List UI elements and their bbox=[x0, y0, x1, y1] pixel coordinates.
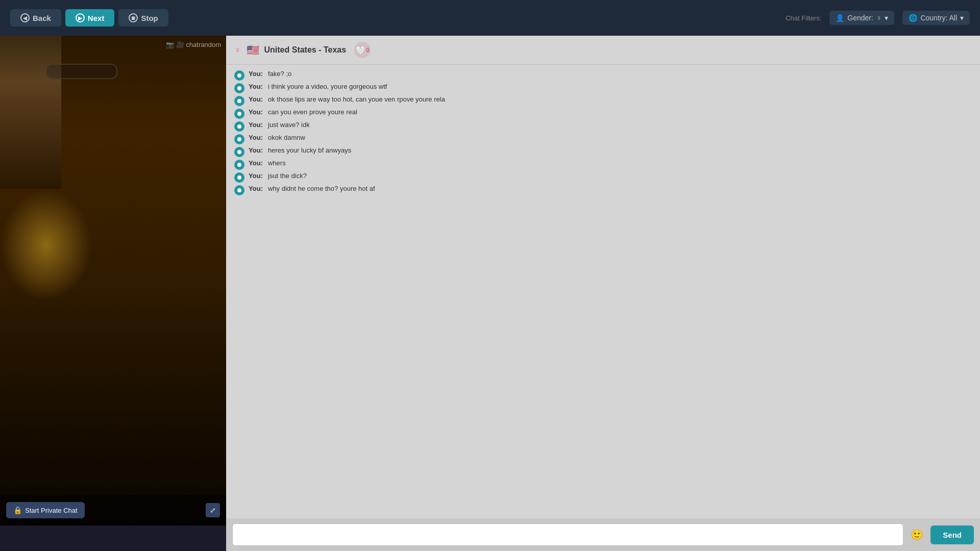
message-text: jsut the dick? bbox=[268, 172, 307, 180]
back-button[interactable]: ◀ Back bbox=[10, 9, 61, 27]
stop-icon: ⏹ bbox=[129, 13, 138, 22]
chat-header: ♀ 🇺🇸 United States - Texas 🤍 0 bbox=[226, 36, 980, 65]
lock-icon: 🔒 bbox=[13, 506, 22, 514]
private-chat-button[interactable]: 🔒 Start Private Chat bbox=[6, 502, 85, 518]
chat-message: You:jsut the dick? bbox=[234, 172, 972, 183]
gender-filter-label: Gender: bbox=[847, 14, 873, 22]
message-avatar bbox=[234, 172, 244, 183]
message-sender: You: bbox=[249, 108, 264, 116]
message-text: just wave? idk bbox=[268, 121, 310, 129]
back-icon: ◀ bbox=[20, 13, 30, 22]
chat-message: You:ok those lips are way too hot, can y… bbox=[234, 95, 972, 106]
message-avatar bbox=[234, 185, 244, 195]
filters-label: Chat Filters: bbox=[786, 14, 821, 22]
next-icon: ▶ bbox=[76, 13, 85, 22]
message-sender: You: bbox=[249, 121, 264, 129]
message-text: i think youre a video, youre gorgeous wt… bbox=[268, 83, 387, 90]
video-feed: 📷 🎥 chatrandom 🔒 Start Private Chat ⤢ bbox=[0, 36, 226, 525]
gender-icon: 👤 bbox=[836, 14, 844, 22]
message-text: okok damnw bbox=[268, 134, 305, 141]
next-label: Next bbox=[88, 14, 105, 22]
message-sender: You: bbox=[249, 159, 264, 167]
chevron-down-icon: ▾ bbox=[885, 14, 888, 22]
video-overlay-bottom: 🔒 Start Private Chat ⤢ bbox=[0, 495, 226, 525]
user-gender-icon: ♀ bbox=[234, 45, 241, 56]
watermark-text: 🎥 chatrandom bbox=[176, 41, 221, 48]
country-filter-label: Country: All bbox=[920, 14, 957, 22]
message-avatar bbox=[234, 70, 244, 81]
heart-count: 0 bbox=[366, 47, 370, 53]
user-location: United States - Texas bbox=[264, 45, 347, 55]
heart-icon: 🤍 bbox=[356, 45, 366, 55]
chat-message: You:heres your lucky bf anwyays bbox=[234, 146, 972, 157]
country-filter[interactable]: 🌐 Country: All ▾ bbox=[902, 11, 970, 25]
send-button[interactable]: Send bbox=[930, 525, 974, 544]
video-bg-glasses bbox=[46, 64, 117, 79]
message-avatar bbox=[234, 147, 244, 157]
app-container: ◀ Back ▶ Next ⏹ Stop Chat Filters: 👤 Gen… bbox=[0, 0, 980, 551]
message-sender: You: bbox=[249, 83, 264, 90]
heart-button[interactable]: 🤍 0 bbox=[354, 42, 371, 58]
chat-message: You:can you even prove youre real bbox=[234, 108, 972, 119]
chat-message: You:whers bbox=[234, 159, 972, 170]
video-bottom-bar bbox=[0, 525, 226, 551]
video-watermark: 📷 🎥 chatrandom bbox=[166, 41, 221, 48]
stop-label: Stop bbox=[141, 14, 158, 22]
chat-message: You:just wave? idk bbox=[234, 121, 972, 132]
message-text: ok those lips are way too hot, can youe … bbox=[268, 95, 445, 103]
video-dark-overlay bbox=[0, 281, 226, 525]
stop-button[interactable]: ⏹ Stop bbox=[118, 9, 168, 27]
chat-message: You:okok damnw bbox=[234, 134, 972, 144]
message-sender: You: bbox=[249, 95, 264, 103]
message-avatar bbox=[234, 160, 244, 170]
video-panel: 📷 🎥 chatrandom 🔒 Start Private Chat ⤢ bbox=[0, 36, 226, 551]
message-sender: You: bbox=[249, 185, 264, 192]
chat-input-area: 🙂 Send bbox=[226, 518, 980, 551]
chat-panel: ♀ 🇺🇸 United States - Texas 🤍 0 You:fake?… bbox=[226, 36, 980, 551]
gender-value: ♀ bbox=[876, 14, 882, 22]
chat-message: You:i think youre a video, youre gorgeou… bbox=[234, 83, 972, 93]
private-chat-label: Start Private Chat bbox=[25, 507, 78, 514]
globe-icon: 🌐 bbox=[909, 14, 917, 22]
gender-filter[interactable]: 👤 Gender: ♀ ▾ bbox=[829, 11, 894, 25]
message-sender: You: bbox=[249, 172, 264, 180]
video-person bbox=[0, 36, 226, 525]
message-avatar bbox=[234, 134, 244, 144]
message-avatar bbox=[234, 109, 244, 119]
message-avatar bbox=[234, 121, 244, 132]
next-button[interactable]: ▶ Next bbox=[65, 9, 115, 27]
expand-video-button[interactable]: ⤢ bbox=[206, 503, 220, 517]
chat-message: You:why didnt he come tho? youre hot af bbox=[234, 185, 972, 195]
video-bg-shape1 bbox=[0, 36, 61, 189]
message-text: whers bbox=[268, 159, 286, 167]
message-text: why didnt he come tho? youre hot af bbox=[268, 185, 375, 192]
emoji-icon: 🙂 bbox=[911, 529, 923, 540]
emoji-button[interactable]: 🙂 bbox=[908, 529, 926, 541]
chevron-down-icon2: ▾ bbox=[960, 14, 964, 22]
message-avatar bbox=[234, 83, 244, 93]
message-sender: You: bbox=[249, 70, 264, 78]
camera-icon: 📷 bbox=[166, 41, 174, 48]
expand-icon: ⤢ bbox=[210, 506, 216, 514]
message-text: heres your lucky bf anwyays bbox=[268, 146, 351, 154]
message-text: fake? ;o bbox=[268, 70, 291, 78]
chat-input[interactable] bbox=[232, 523, 903, 546]
chat-messages: You:fake? ;oYou:i think youre a video, y… bbox=[226, 65, 980, 518]
content-area: 📷 🎥 chatrandom 🔒 Start Private Chat ⤢ bbox=[0, 36, 980, 551]
country-flag-icon: 🇺🇸 bbox=[247, 44, 259, 56]
back-label: Back bbox=[33, 14, 51, 22]
message-text: can you even prove youre real bbox=[268, 108, 357, 116]
message-sender: You: bbox=[249, 146, 264, 154]
filters-area: Chat Filters: 👤 Gender: ♀ ▾ 🌐 Country: A… bbox=[786, 11, 970, 25]
message-sender: You: bbox=[249, 134, 264, 141]
chat-message: You:fake? ;o bbox=[234, 70, 972, 81]
message-avatar bbox=[234, 96, 244, 106]
top-bar: ◀ Back ▶ Next ⏹ Stop Chat Filters: 👤 Gen… bbox=[0, 0, 980, 36]
